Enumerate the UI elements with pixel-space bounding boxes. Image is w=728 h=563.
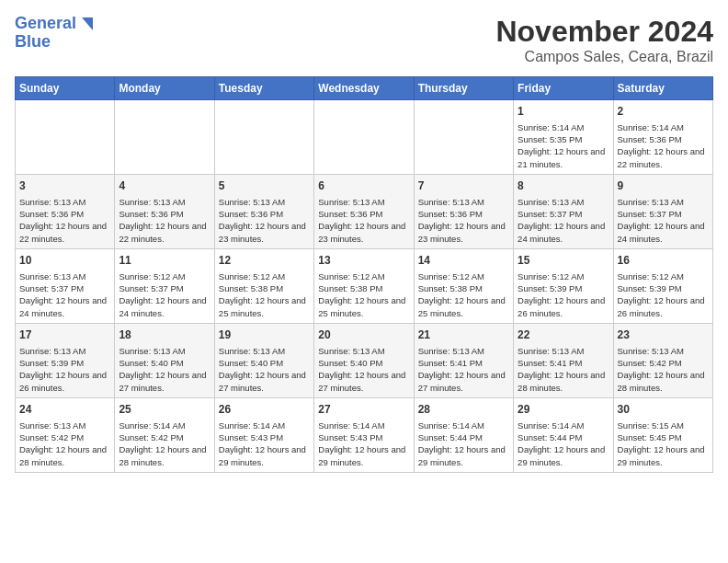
logo: General Blue — [15, 15, 93, 52]
svg-marker-0 — [82, 17, 93, 30]
day-number: 1 — [518, 104, 609, 120]
calendar-week-row: 1Sunrise: 5:14 AMSunset: 5:35 PMDaylight… — [16, 100, 713, 175]
day-number: 29 — [518, 402, 609, 418]
title-block: November 2024 Campos Sales, Ceara, Brazi… — [495, 15, 713, 65]
day-info: Sunrise: 5:14 AMSunset: 5:43 PMDaylight:… — [318, 420, 405, 467]
calendar-day-header: Sunday — [16, 77, 115, 100]
day-info: Sunrise: 5:12 AMSunset: 5:38 PMDaylight:… — [318, 271, 405, 318]
calendar-cell: 28Sunrise: 5:14 AMSunset: 5:44 PMDayligh… — [414, 397, 513, 472]
calendar-cell: 4Sunrise: 5:13 AMSunset: 5:36 PMDaylight… — [115, 174, 214, 248]
day-number: 21 — [418, 327, 509, 343]
calendar-day-header: Saturday — [613, 77, 712, 100]
calendar-cell — [16, 100, 115, 175]
calendar-subtitle: Campos Sales, Ceara, Brazil — [495, 49, 713, 65]
day-info: Sunrise: 5:13 AMSunset: 5:40 PMDaylight:… — [119, 346, 206, 393]
day-info: Sunrise: 5:13 AMSunset: 5:42 PMDaylight:… — [618, 346, 705, 393]
calendar-day-header: Tuesday — [214, 77, 313, 100]
day-number: 24 — [19, 402, 110, 418]
calendar-cell: 2Sunrise: 5:14 AMSunset: 5:36 PMDaylight… — [613, 100, 712, 175]
day-info: Sunrise: 5:13 AMSunset: 5:36 PMDaylight:… — [19, 197, 107, 244]
calendar-cell: 16Sunrise: 5:12 AMSunset: 5:39 PMDayligh… — [613, 248, 712, 323]
day-number: 20 — [318, 327, 409, 343]
day-info: Sunrise: 5:13 AMSunset: 5:37 PMDaylight:… — [618, 197, 705, 244]
day-number: 28 — [418, 402, 509, 418]
day-info: Sunrise: 5:13 AMSunset: 5:36 PMDaylight:… — [119, 197, 206, 244]
day-number: 10 — [19, 253, 110, 269]
day-number: 12 — [219, 253, 310, 269]
calendar-cell: 14Sunrise: 5:12 AMSunset: 5:38 PMDayligh… — [414, 248, 513, 323]
day-info: Sunrise: 5:12 AMSunset: 5:39 PMDaylight:… — [518, 271, 605, 318]
day-info: Sunrise: 5:13 AMSunset: 5:42 PMDaylight:… — [19, 420, 107, 467]
calendar-cell: 6Sunrise: 5:13 AMSunset: 5:36 PMDaylight… — [314, 174, 414, 248]
logo-text-line1: General — [15, 15, 76, 33]
calendar-cell: 22Sunrise: 5:13 AMSunset: 5:41 PMDayligh… — [514, 323, 613, 397]
calendar-cell: 12Sunrise: 5:12 AMSunset: 5:38 PMDayligh… — [214, 248, 313, 323]
day-number: 16 — [618, 253, 709, 269]
calendar-cell — [115, 100, 214, 175]
calendar-cell: 13Sunrise: 5:12 AMSunset: 5:38 PMDayligh… — [314, 248, 414, 323]
day-number: 25 — [119, 402, 210, 418]
calendar-week-row: 10Sunrise: 5:13 AMSunset: 5:37 PMDayligh… — [16, 248, 713, 323]
calendar-table: SundayMondayTuesdayWednesdayThursdayFrid… — [15, 76, 713, 473]
day-number: 17 — [19, 327, 110, 343]
day-number: 14 — [418, 253, 509, 269]
day-info: Sunrise: 5:13 AMSunset: 5:36 PMDaylight:… — [418, 197, 506, 244]
day-number: 7 — [418, 178, 509, 194]
day-info: Sunrise: 5:13 AMSunset: 5:37 PMDaylight:… — [19, 271, 107, 318]
calendar-cell — [414, 100, 513, 175]
calendar-cell — [214, 100, 313, 175]
day-info: Sunrise: 5:14 AMSunset: 5:44 PMDaylight:… — [518, 420, 605, 467]
calendar-cell: 24Sunrise: 5:13 AMSunset: 5:42 PMDayligh… — [16, 397, 115, 472]
day-info: Sunrise: 5:13 AMSunset: 5:36 PMDaylight:… — [219, 197, 306, 244]
calendar-cell: 9Sunrise: 5:13 AMSunset: 5:37 PMDaylight… — [613, 174, 712, 248]
logo-icon — [76, 16, 93, 32]
day-info: Sunrise: 5:12 AMSunset: 5:38 PMDaylight:… — [219, 271, 306, 318]
calendar-cell: 7Sunrise: 5:13 AMSunset: 5:36 PMDaylight… — [414, 174, 513, 248]
calendar-week-row: 17Sunrise: 5:13 AMSunset: 5:39 PMDayligh… — [16, 323, 713, 397]
day-number: 18 — [119, 327, 210, 343]
day-number: 19 — [219, 327, 310, 343]
day-info: Sunrise: 5:13 AMSunset: 5:37 PMDaylight:… — [518, 197, 605, 244]
day-info: Sunrise: 5:14 AMSunset: 5:35 PMDaylight:… — [518, 122, 605, 169]
calendar-cell: 29Sunrise: 5:14 AMSunset: 5:44 PMDayligh… — [514, 397, 613, 472]
calendar-week-row: 3Sunrise: 5:13 AMSunset: 5:36 PMDaylight… — [16, 174, 713, 248]
day-number: 23 — [618, 327, 709, 343]
calendar-cell — [314, 100, 414, 175]
calendar-cell: 1Sunrise: 5:14 AMSunset: 5:35 PMDaylight… — [514, 100, 613, 175]
calendar-week-row: 24Sunrise: 5:13 AMSunset: 5:42 PMDayligh… — [16, 397, 713, 472]
day-info: Sunrise: 5:14 AMSunset: 5:36 PMDaylight:… — [618, 122, 705, 169]
day-number: 3 — [19, 178, 110, 194]
calendar-day-header: Thursday — [414, 77, 513, 100]
day-number: 4 — [119, 178, 210, 194]
calendar-day-header: Wednesday — [314, 77, 414, 100]
day-info: Sunrise: 5:12 AMSunset: 5:37 PMDaylight:… — [119, 271, 206, 318]
calendar-cell: 20Sunrise: 5:13 AMSunset: 5:40 PMDayligh… — [314, 323, 414, 397]
page-header: General Blue November 2024 Campos Sales,… — [15, 15, 713, 65]
day-number: 30 — [618, 402, 709, 418]
day-info: Sunrise: 5:13 AMSunset: 5:39 PMDaylight:… — [19, 346, 107, 393]
day-info: Sunrise: 5:14 AMSunset: 5:42 PMDaylight:… — [119, 420, 206, 467]
day-number: 13 — [318, 253, 409, 269]
day-info: Sunrise: 5:13 AMSunset: 5:41 PMDaylight:… — [418, 346, 506, 393]
calendar-day-header: Friday — [514, 77, 613, 100]
calendar-cell: 21Sunrise: 5:13 AMSunset: 5:41 PMDayligh… — [414, 323, 513, 397]
calendar-cell: 27Sunrise: 5:14 AMSunset: 5:43 PMDayligh… — [314, 397, 414, 472]
calendar-cell: 10Sunrise: 5:13 AMSunset: 5:37 PMDayligh… — [16, 248, 115, 323]
day-info: Sunrise: 5:14 AMSunset: 5:44 PMDaylight:… — [418, 420, 506, 467]
calendar-cell: 8Sunrise: 5:13 AMSunset: 5:37 PMDaylight… — [514, 174, 613, 248]
day-number: 22 — [518, 327, 609, 343]
calendar-cell: 5Sunrise: 5:13 AMSunset: 5:36 PMDaylight… — [214, 174, 313, 248]
day-info: Sunrise: 5:13 AMSunset: 5:41 PMDaylight:… — [518, 346, 605, 393]
day-number: 6 — [318, 178, 409, 194]
day-info: Sunrise: 5:12 AMSunset: 5:39 PMDaylight:… — [618, 271, 705, 318]
logo-text-line2: Blue — [15, 33, 51, 52]
calendar-header: SundayMondayTuesdayWednesdayThursdayFrid… — [16, 77, 713, 100]
day-number: 26 — [219, 402, 310, 418]
calendar-cell: 18Sunrise: 5:13 AMSunset: 5:40 PMDayligh… — [115, 323, 214, 397]
day-number: 2 — [618, 104, 709, 120]
calendar-cell: 26Sunrise: 5:14 AMSunset: 5:43 PMDayligh… — [214, 397, 313, 472]
calendar-cell: 15Sunrise: 5:12 AMSunset: 5:39 PMDayligh… — [514, 248, 613, 323]
day-number: 11 — [119, 253, 210, 269]
day-info: Sunrise: 5:15 AMSunset: 5:45 PMDaylight:… — [618, 420, 705, 467]
calendar-cell: 25Sunrise: 5:14 AMSunset: 5:42 PMDayligh… — [115, 397, 214, 472]
